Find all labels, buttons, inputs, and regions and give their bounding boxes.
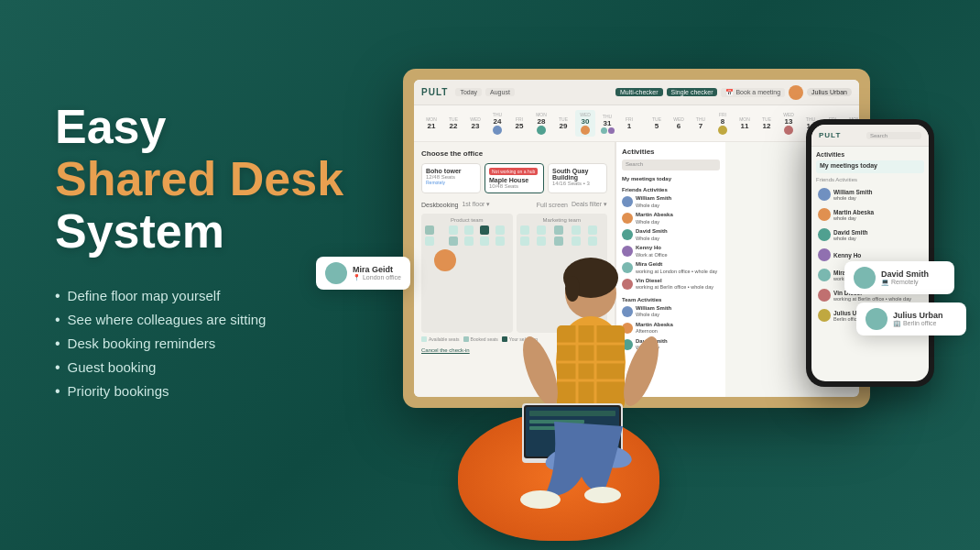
hero-section: Easy Shared Desk System Define floor map… [55,101,343,407]
office-stats-2: 10/48 Seats [489,183,539,189]
user-name: Julius Urban [807,88,852,96]
floating-card-julius: Julius Urban 🏢 Berlin office [856,302,966,336]
office-alert-2: Not working on a hub [489,168,538,175]
david-info: David Smith 💻 Remotely [881,270,929,286]
svg-point-22 [584,487,621,503]
mira-name: Mira Geidt [353,265,401,274]
cal-day-10: FRI1 [619,115,639,132]
phone-info-david: David Smith whole day [833,229,868,241]
fullscreen-btn[interactable]: Full screen [537,202,568,208]
mira-sub: 📍 London office [353,274,401,281]
floating-card-david: David Smith 💻 Remotely [844,261,954,294]
svg-rect-16 [529,411,615,416]
phone-item-david: David Smith whole day [816,226,924,243]
david-avatar [854,267,876,289]
office-stats-3: 14/16 Seats • 3 [552,181,603,186]
phone-mockup: PULT Search Activities My meetings today… [806,119,948,387]
remote-icon: 💻 [881,279,889,285]
office-name-1: Boho tower [426,168,476,174]
feature-item-5: Priority bookings [55,383,343,400]
phone-avatar-mira [818,269,831,281]
julius-sub: 🏢 Berlin office [893,320,943,327]
julius-avatar [866,308,887,330]
desk-1[interactable] [425,226,434,235]
feature-item-2: See where colleagues are sitting [55,312,343,328]
cal-day-7: TUE29 [553,115,573,132]
desk-plan-header: Deskbooking 1st floor ▾ Full screen Deal… [421,201,607,208]
office-cards: Boho tower 12/48 Seats Remotely Not work… [421,163,607,193]
office-name-2: Maple House [489,177,539,183]
cal-day-16: TUE12 [757,115,777,132]
office-card-3[interactable]: South Quay Building 14/16 Seats • 3 [548,163,607,193]
cal-day-11: TUE5 [647,115,667,132]
cal-day-17: WED13 [779,110,799,137]
phone-search[interactable]: Search [866,132,921,139]
activities-title: Activities [622,148,720,156]
office-name-3: South Quay Building [552,168,603,181]
today-btn[interactable]: Today [455,88,482,96]
user-avatar [789,85,803,100]
cal-day-today: WED30 [575,110,595,137]
office-icon: 🏢 [893,320,901,326]
cal-day-1: MON21 [421,115,441,132]
person-illustration [449,211,687,550]
feature-item-4: Guest booking [55,359,343,376]
month-btn[interactable]: August [485,88,515,96]
cal-day-15: MON11 [735,115,755,132]
floor-label: 1st floor ▾ [462,201,490,208]
phone-frame: PULT Search Activities My meetings today… [806,119,934,387]
info-william: William Smith Whole day [636,195,671,209]
office-label-1: Remotely [426,180,476,185]
phone-info-martin: Martin Abeska whole day [833,209,874,221]
phone-info-kenny: Kenny Ho [833,252,861,258]
app-header: PULT Today August Multi-checker Single c… [414,80,859,105]
cal-day-12: WED6 [669,115,689,132]
david-name: David Smith [881,270,929,279]
calendar-strip: MON21 TUE22 WED23 THU24 FRI25 MON28 TUE2… [414,105,859,142]
location-icon: 📍 [353,274,361,280]
headline-line3: System [55,204,224,258]
cal-day-5: FRI25 [509,115,529,132]
julius-info: Julius Urban 🏢 Berlin office [893,311,943,327]
pult-logo: PULT [421,87,448,97]
phone-info-william: William Smith whole day [833,189,873,201]
legend-dot-available [421,336,427,342]
david-sub: 💻 Remotely [881,279,929,286]
office-card-1[interactable]: Boho tower 12/48 Seats Remotely [421,163,481,193]
headline-line1: Easy [55,100,166,153]
friends-label: Friends Activities [622,187,720,192]
cal-day-2: TUE22 [443,115,463,132]
office-card-2[interactable]: Not working on a hub Maple House 10/48 S… [485,163,544,193]
cal-day-13: THU7 [691,115,711,132]
phone-item-martin: Martin Abeska whole day [816,206,924,223]
headline: Easy Shared Desk System [55,101,343,258]
book-meeting-btn[interactable]: 📅 Book a meeting [721,88,785,97]
mira-info: Mira Geidt 📍 London office [353,265,401,281]
phone-avatar-william [818,188,831,201]
phone-header: PULT Search [811,125,929,147]
feature-item-1: Define floor map yourself [55,288,343,304]
deals-filter-btn[interactable]: Deals filter ▾ [572,201,607,208]
phone-friends-label: Friends Activities [816,177,924,182]
activities-search[interactable]: Search [622,160,720,170]
phone-avatar-julius [818,309,831,322]
svg-point-21 [520,490,561,509]
phone-avatar-kenny [818,248,831,261]
office-chooser-title: Choose the office [421,149,607,158]
deskbooking-label: Deskbooking [421,202,458,208]
avatar-william [622,196,633,207]
single-checkin-btn[interactable]: Single checker [667,88,718,96]
multi-checkin-btn[interactable]: Multi-checker [615,88,663,96]
cal-day-3: WED23 [465,115,485,132]
phone-avatar-david [818,228,831,241]
phone-activities-title: Activities [816,151,924,158]
svg-point-2 [565,276,580,302]
mira-avatar [325,262,347,284]
phone-logo: PULT [819,131,841,139]
desk-6[interactable] [425,236,434,246]
my-meetings-section: My meetings today [622,176,720,182]
cal-day-14: FRI8 [713,110,733,137]
phone-avatar-martin [818,208,831,221]
my-meetings-label: My meetings today [622,176,720,182]
feature-item-3: Desk booking reminders [55,336,343,352]
